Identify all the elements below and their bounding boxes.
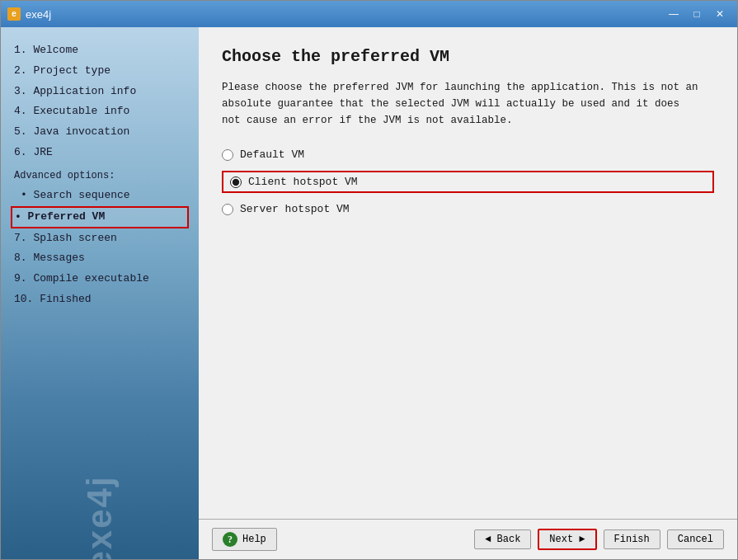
- close-button[interactable]: ✕: [709, 6, 731, 22]
- vm-radio-group: Default VM Client hotspot VM Server hots…: [222, 148, 714, 215]
- window-body: 1. Welcome 2. Project type 3. Applicatio…: [1, 27, 737, 559]
- footer: ? Help ◄ Back Next ► Finish Cancel: [199, 519, 737, 559]
- app-icon-letter: e: [12, 10, 16, 19]
- main-content: Choose the preferred VM Please choose th…: [199, 27, 737, 559]
- back-label: ◄ Back: [485, 534, 520, 545]
- sidebar-item-jre[interactable]: 6. JRE: [11, 143, 189, 163]
- page-title: Choose the preferred VM: [222, 47, 714, 66]
- cancel-button[interactable]: Cancel: [667, 529, 724, 549]
- finish-label: Finish: [614, 534, 650, 545]
- sidebar-item-finished[interactable]: 10. Finished: [11, 289, 189, 310]
- window-title: exe4j: [26, 8, 51, 21]
- nav-list: 1. Welcome 2. Project type 3. Applicatio…: [11, 40, 189, 546]
- sidebar-item-splash-screen[interactable]: 7. Splash screen: [11, 228, 189, 249]
- sidebar-item-messages[interactable]: 8. Messages: [11, 248, 189, 269]
- sidebar-item-search-sequence[interactable]: • Search sequence: [11, 186, 189, 206]
- title-bar-left: e exe4j: [7, 7, 51, 21]
- content-area: Choose the preferred VM Please choose th…: [199, 27, 737, 519]
- main-window: e exe4j — □ ✕ 1. Welcome 2. Project type…: [0, 0, 738, 560]
- app-icon: e: [7, 7, 21, 21]
- window-controls: — □ ✕: [663, 6, 731, 22]
- sidebar-item-welcome[interactable]: 1. Welcome: [11, 40, 189, 61]
- sidebar-item-project-type[interactable]: 2. Project type: [11, 61, 189, 82]
- sidebar-item-application-info[interactable]: 3. Application info: [11, 82, 189, 102]
- radio-client-hotspot[interactable]: [230, 176, 242, 188]
- help-button[interactable]: ? Help: [212, 528, 277, 551]
- radio-option-default-vm: Default VM: [222, 148, 714, 161]
- help-label: Help: [242, 534, 266, 545]
- radio-default-vm[interactable]: [222, 149, 233, 161]
- label-client-hotspot[interactable]: Client hotspot VM: [248, 176, 358, 188]
- radio-option-server-hotspot: Server hotspot VM: [222, 203, 714, 215]
- sidebar-item-java-invocation[interactable]: 5. Java invocation: [11, 122, 189, 143]
- minimize-button[interactable]: —: [663, 6, 684, 22]
- sidebar-advanced-label: Advanced options:: [11, 167, 189, 186]
- label-server-hotspot[interactable]: Server hotspot VM: [240, 203, 350, 215]
- sidebar-item-compile-executable[interactable]: 9. Compile executable: [11, 269, 189, 289]
- next-button[interactable]: Next ►: [538, 529, 596, 550]
- help-icon: ?: [223, 532, 237, 547]
- maximize-button[interactable]: □: [686, 6, 707, 22]
- radio-server-hotspot[interactable]: [222, 204, 233, 215]
- sidebar-item-executable-info[interactable]: 4. Executable info: [11, 101, 189, 122]
- description-text: Please choose the preferred JVM for laun…: [222, 79, 700, 129]
- next-label: Next ►: [549, 534, 585, 545]
- sidebar: 1. Welcome 2. Project type 3. Applicatio…: [1, 27, 199, 559]
- sidebar-item-preferred-vm[interactable]: • Preferred VM: [11, 206, 189, 228]
- cancel-label: Cancel: [678, 534, 713, 545]
- label-default-vm[interactable]: Default VM: [240, 148, 304, 161]
- title-bar: e exe4j — □ ✕: [1, 1, 737, 27]
- back-button[interactable]: ◄ Back: [474, 529, 531, 549]
- finish-button[interactable]: Finish: [604, 529, 660, 549]
- sidebar-watermark: exe4j: [80, 475, 120, 559]
- radio-option-client-hotspot: Client hotspot VM: [222, 171, 714, 193]
